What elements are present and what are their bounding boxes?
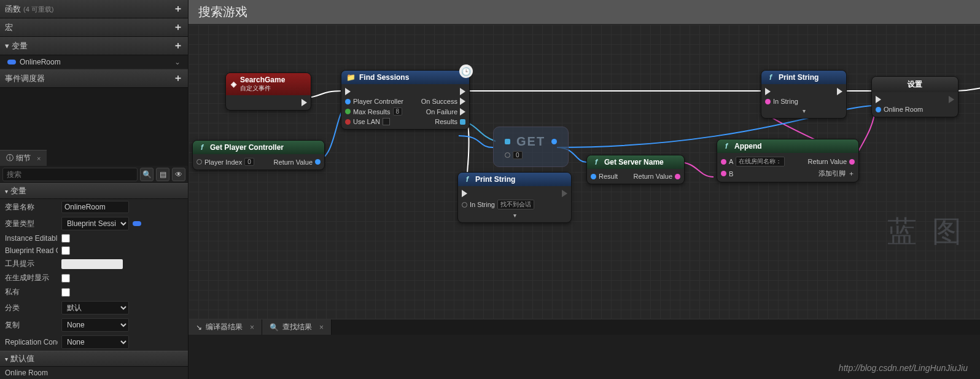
node-print-string-1[interactable]: fPrint String In String找不到会话 ▾: [457, 172, 572, 223]
details-tabbar: ⓘ 细节 ×: [0, 150, 188, 166]
category-variable[interactable]: 变量: [0, 183, 188, 199]
node-find-sessions[interactable]: 🕒 📁Find Sessions Player ControllerOn Suc…: [341, 70, 470, 130]
node-append[interactable]: fAppend A在线房间名称：Return Value B添加引脚 ＋: [717, 139, 859, 182]
filter-button[interactable]: ▤: [156, 168, 169, 181]
find-results-tab[interactable]: 🔍查找结果×: [262, 319, 332, 335]
category-select[interactable]: 默认: [61, 301, 129, 315]
details-search-row: 🔍 ▤ 👁: [0, 166, 188, 183]
variables-header[interactable]: ▾ 变量 ＋: [0, 37, 188, 55]
function-icon: f: [198, 143, 206, 152]
category-default[interactable]: 默认值: [0, 351, 188, 367]
search-icon: 🔍: [270, 323, 279, 332]
default-value-label: Online Room: [5, 369, 58, 377]
info-icon: ⓘ: [6, 153, 14, 163]
dispatchers-header[interactable]: 事件调度器 ＋: [0, 69, 188, 88]
sidebar: 函数(4 可重载) ＋ 宏 ＋ ▾ 变量 ＋ OnlineRoom ⌄ 事件调度…: [0, 0, 189, 379]
details-search-input[interactable]: [2, 168, 138, 181]
node-print-string-2[interactable]: fPrint String In String ▾: [761, 70, 847, 119]
var-name-input[interactable]: [61, 201, 129, 213]
close-icon[interactable]: ×: [37, 155, 41, 162]
graph-title: 搜索游戏: [189, 0, 980, 25]
expand-arrow[interactable]: ▾: [765, 106, 842, 115]
exec-out-pin[interactable]: [460, 88, 465, 95]
readonly-checkbox[interactable]: [61, 246, 70, 255]
node-search-game[interactable]: ◈ SearchGame 自定义事件: [225, 72, 311, 111]
instance-editable-checkbox[interactable]: [61, 234, 70, 243]
search-button[interactable]: 🔍: [140, 168, 154, 181]
node-get-server-name[interactable]: fGet Server Name ResultReturn Value: [586, 155, 685, 184]
add-function-button[interactable]: ＋: [173, 2, 183, 15]
bottom-tabs: ↘编译器结果× 🔍查找结果×: [189, 319, 980, 335]
variable-name: OnlineRoom: [20, 58, 61, 66]
watermark: 蓝 图: [887, 212, 965, 251]
node-array-get[interactable]: GET 0: [493, 127, 569, 167]
add-variable-button[interactable]: ＋: [173, 39, 183, 52]
function-icon: f: [766, 73, 775, 82]
exec-in-pin[interactable]: [345, 88, 351, 95]
var-type-select[interactable]: Blueprint Sessi: [61, 217, 129, 230]
blueprint-canvas[interactable]: ◈ SearchGame 自定义事件 🕒 📁Find Sessions Play…: [189, 25, 980, 319]
add-macro-button[interactable]: ＋: [173, 21, 183, 34]
node-get-player-controller[interactable]: fGet Player Controller Player Index0Retu…: [192, 140, 325, 170]
expand-arrow[interactable]: ▾: [462, 211, 567, 220]
tooltip-input[interactable]: [61, 259, 123, 269]
details-tab[interactable]: ⓘ 细节 ×: [0, 150, 47, 166]
node-set-variable[interactable]: 设置 Online Room: [871, 76, 959, 117]
visibility-button[interactable]: 👁: [172, 168, 185, 181]
folder-icon: 📁: [346, 73, 356, 82]
function-icon: f: [463, 175, 472, 184]
close-icon[interactable]: ×: [319, 323, 324, 332]
function-icon: f: [592, 158, 601, 166]
exec-out-pin[interactable]: [301, 99, 307, 106]
bottom-panel: http://blog.csdn.net/LingHunJiuJiu: [189, 335, 980, 379]
macros-header[interactable]: 宏 ＋: [0, 18, 188, 37]
replication-cond-select[interactable]: None: [61, 335, 129, 349]
latent-icon: 🕒: [459, 64, 473, 78]
url-watermark: http://blog.csdn.net/LingHunJiuJiu: [839, 363, 968, 373]
compiler-results-tab[interactable]: ↘编译器结果×: [189, 319, 262, 335]
close-icon[interactable]: ×: [250, 323, 254, 332]
sidebar-spacer: [0, 88, 188, 150]
variable-type-pill: [7, 60, 16, 64]
function-icon: f: [722, 142, 731, 150]
dropdown-icon[interactable]: ⌄: [174, 58, 181, 66]
add-dispatcher-button[interactable]: ＋: [173, 72, 183, 85]
wires: [189, 25, 980, 319]
replication-select[interactable]: None: [61, 318, 129, 332]
arrow-icon: ↘: [196, 323, 202, 332]
functions-header[interactable]: 函数(4 可重载) ＋: [0, 0, 188, 18]
private-checkbox[interactable]: [61, 288, 70, 297]
add-pin-button[interactable]: 添加引脚 ＋: [819, 169, 855, 178]
expose-on-spawn-checkbox[interactable]: [61, 274, 70, 283]
graph-area: 搜索游戏 ◈: [189, 0, 980, 379]
variable-item-onlineroom[interactable]: OnlineRoom ⌄: [0, 55, 188, 69]
event-icon: ◈: [231, 80, 236, 88]
